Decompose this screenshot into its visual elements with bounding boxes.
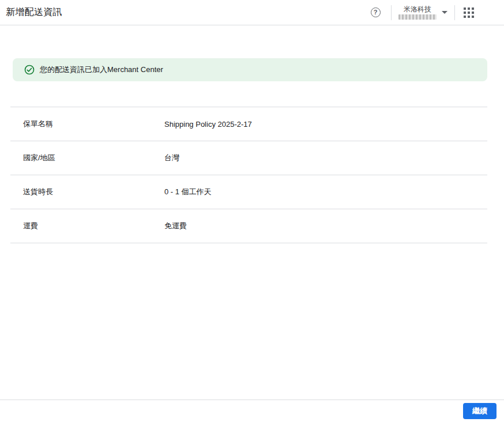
row-value: 0 - 1 個工作天 <box>164 187 212 197</box>
account-switcher[interactable]: 米洛科技 <box>398 6 447 20</box>
success-banner: 您的配送資訊已加入Merchant Center <box>13 58 487 81</box>
header-divider <box>454 5 455 20</box>
apps-grid-icon <box>464 7 466 10</box>
row-label: 送貨時長 <box>10 187 164 197</box>
help-circle-icon <box>371 7 381 17</box>
help-button[interactable] <box>367 4 384 21</box>
row-label: 運費 <box>10 221 164 231</box>
footer-action-bar: 繼續 <box>0 400 504 422</box>
account-name: 米洛科技 <box>404 6 431 13</box>
row-label: 國家/地區 <box>10 153 164 163</box>
table-row-country: 國家/地區 台灣 <box>10 141 487 175</box>
apps-grid-button[interactable] <box>464 7 474 18</box>
account-info: 米洛科技 <box>398 6 437 20</box>
header-actions: 米洛科技 <box>367 4 504 21</box>
table-row-shipping-cost: 運費 免運費 <box>10 209 487 243</box>
shipping-details-table: 保單名稱 Shipping Policy 2025-2-17 國家/地區 台灣 … <box>10 107 487 243</box>
page-title: 新增配送資訊 <box>6 6 62 18</box>
check-circle-icon <box>24 65 35 75</box>
row-value: 免運費 <box>164 221 187 231</box>
table-row-policy-name: 保單名稱 Shipping Policy 2025-2-17 <box>10 107 487 141</box>
chevron-down-icon <box>442 11 447 14</box>
row-value: Shipping Policy 2025-2-17 <box>164 120 252 129</box>
table-row-delivery-time: 送貨時長 0 - 1 個工作天 <box>10 175 487 209</box>
row-value: 台灣 <box>164 153 179 163</box>
account-id-redacted <box>398 14 437 20</box>
success-message: 您的配送資訊已加入Merchant Center <box>40 65 163 75</box>
row-label: 保單名稱 <box>10 119 164 129</box>
top-app-bar: 新增配送資訊 米洛科技 <box>0 0 504 25</box>
header-divider <box>391 5 392 20</box>
continue-button[interactable]: 繼續 <box>463 403 497 419</box>
